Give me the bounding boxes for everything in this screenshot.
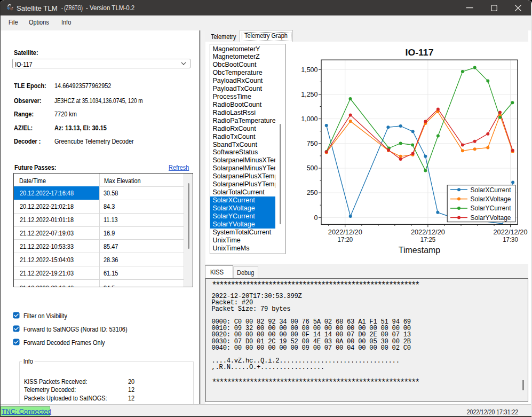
svg-text:17:30: 17:30 [503, 236, 518, 243]
svg-text:500: 500 [307, 164, 318, 172]
svg-text:750: 750 [307, 140, 318, 147]
svg-text:SolarYCurrent: SolarYCurrent [471, 204, 511, 212]
svg-text:SolarXCurrent: SolarXCurrent [471, 186, 511, 194]
svg-text:250: 250 [307, 189, 318, 196]
svg-text:0: 0 [314, 214, 318, 222]
svg-text:1,250: 1,250 [301, 91, 317, 98]
svg-text:17:20: 17:20 [338, 236, 353, 243]
svg-text:SolarXVoltage: SolarXVoltage [471, 195, 511, 203]
svg-text:2022/12/20: 2022/12/20 [328, 229, 362, 236]
svg-text:1,500: 1,500 [301, 66, 317, 74]
svg-text:SolarYVoltage: SolarYVoltage [471, 214, 511, 222]
svg-text:17:25: 17:25 [420, 236, 436, 243]
svg-text:2022/12/20: 2022/12/20 [411, 229, 445, 236]
svg-text:Timestamp: Timestamp [399, 246, 441, 255]
svg-text:IO-117: IO-117 [406, 48, 434, 58]
svg-text:1,000: 1,000 [301, 115, 317, 123]
svg-text:2022/12/20: 2022/12/20 [494, 229, 528, 236]
